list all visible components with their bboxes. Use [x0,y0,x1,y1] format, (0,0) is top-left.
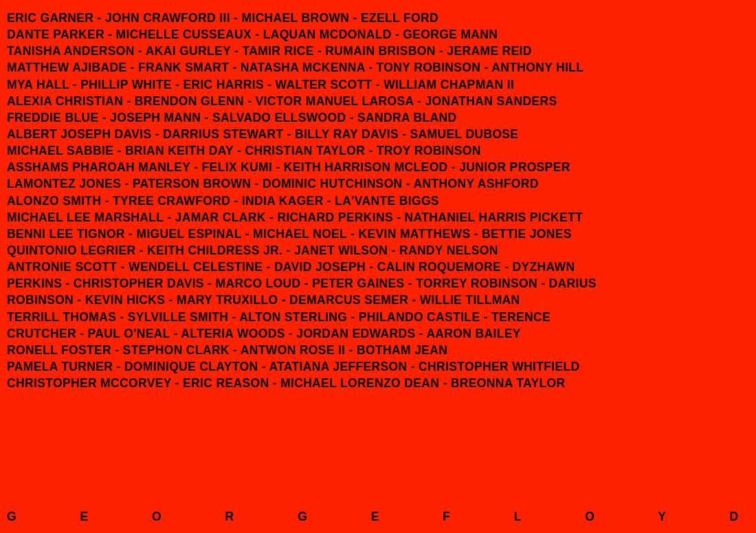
name-line-17: ROBINSON - KEVIN HICKS - MARY TRUXILLO -… [7,292,749,308]
name-line-16: PERKINS - CHRISTOPHER DAVIS - MARCO LOUD… [7,275,749,292]
name-line-14: QUINTONIO LEGRIER - KEITH CHILDRESS JR. … [7,242,749,259]
name-line-6: FREDDIE BLUE - JOSEPH MANN - SALVADO ELL… [7,109,749,126]
name-line-3: MATTHEW AJIBADE - FRANK SMART - NATASHA … [7,59,749,76]
name-line-9: ASSHAMS PHAROAH MANLEY - FELIX KUMI - KE… [7,159,749,175]
name-line-1: DANTE PARKER - MICHELLE CUSSEAUX - LAQUA… [7,26,749,43]
name-line-19: CRUTCHER - PAUL O'NEAL - ALTERIA WOODS -… [7,325,749,342]
name-line-13: BENNI LEE TIGNOR - MIGUEL ESPINAL - MICH… [7,226,749,242]
name-line-0: ERIC GARNER - JOHN CRAWFORD III - MICHAE… [7,10,749,26]
name-line-11: ALONZO SMITH - TYREE CRAWFORD - INDIA KA… [7,193,749,209]
george-floyd-line: G E O R G E F L O Y D [7,507,749,526]
name-line-15: ANTRONIE SCOTT - WENDELL CELESTINE - DAV… [7,259,749,275]
name-line-4: MYA HALL - PHILLIP WHITE - ERIC HARRIS -… [7,76,749,93]
name-line-18: TERRILL THOMAS - SYLVILLE SMITH - ALTON … [7,309,749,325]
names-text-block: ERIC GARNER - JOHN CRAWFORD III - MICHAE… [7,10,749,391]
main-container: ERIC GARNER - JOHN CRAWFORD III - MICHAE… [0,0,756,533]
name-line-7: ALBERT JOSEPH DAVIS - DARRIUS STEWART - … [7,126,749,142]
name-line-10: LAMONTEZ JONES - PATERSON BROWN - DOMINI… [7,175,749,192]
name-line-12: MICHAEL LEE MARSHALL - JAMAR CLARK - RIC… [7,209,749,226]
name-line-20: RONELL FOSTER - STEPHON CLARK - ANTWON R… [7,342,749,358]
name-line-21: PAMELA TURNER - DOMINIQUE CLAYTON - ATAT… [7,358,749,375]
name-line-8: MICHAEL SABBIE - BRIAN KEITH DAY - CHRIS… [7,142,749,159]
name-line-2: TANISHA ANDERSON - AKAI GURLEY - TAMIR R… [7,43,749,59]
name-line-22: CHRISTOPHER MCCORVEY - ERIC REASON - MIC… [7,375,749,391]
name-line-5: ALEXIA CHRISTIAN - BRENDON GLENN - VICTO… [7,93,749,109]
